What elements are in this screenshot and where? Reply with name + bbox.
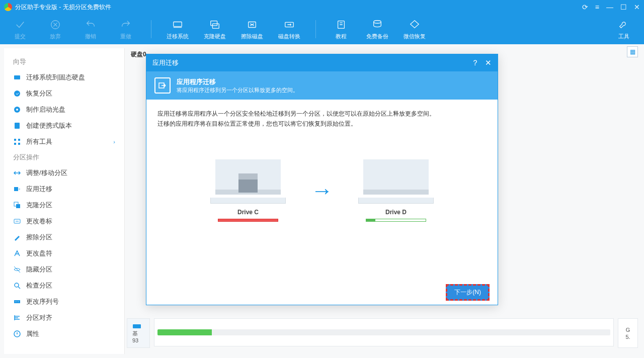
clone-disk-button[interactable]: 克隆硬盘 xyxy=(204,19,226,40)
apply-icon xyxy=(14,19,26,31)
sidebar-item-recover-partition[interactable]: 恢复分区 xyxy=(4,85,124,102)
sidebar-item-align-partition[interactable]: 分区对齐 xyxy=(4,310,124,326)
wechat-recover-button[interactable]: 微信恢复 xyxy=(404,19,426,40)
backup-icon xyxy=(371,19,383,31)
toolbar-label: 放弃 xyxy=(50,33,61,40)
toolbar-label: 撤销 xyxy=(85,33,96,40)
dialog-banner: 应用程序迁移 将应用程序迁移到另一个分区以释放更多的空间。 xyxy=(146,71,498,100)
sidebar-item-migrate-ssd[interactable]: 迁移系统到固态硬盘 xyxy=(4,69,124,85)
disk-letter-card[interactable]: G 5. xyxy=(618,318,638,348)
menu-icon[interactable]: ≡ xyxy=(595,3,599,11)
dialog-desc-line2: 迁移的应用程序将在目标位置正常使用，您也可以将它们恢复到原始位置。 xyxy=(157,119,487,129)
sidebar-item-label: 分区对齐 xyxy=(26,313,52,322)
dialog-banner-title: 应用程序迁移 xyxy=(177,77,298,86)
sidebar-item-check-partition[interactable]: 检查分区 xyxy=(4,278,124,294)
chevron-right-icon: › xyxy=(113,139,115,145)
dialog-close-icon[interactable]: ✕ xyxy=(485,58,492,68)
redo-icon xyxy=(120,19,132,31)
dialog-titlebar: 应用迁移 ？ ✕ xyxy=(146,54,498,71)
disk-icon xyxy=(132,323,141,330)
tutorial-button[interactable]: 教程 xyxy=(331,19,351,40)
disk-usage-bar[interactable] xyxy=(154,318,614,346)
check-partition-icon xyxy=(13,282,21,290)
sidebar-item-change-serial[interactable]: 更改序列号 xyxy=(4,294,124,310)
svg-rect-11 xyxy=(15,123,20,129)
sidebar-item-label: 更改卷标 xyxy=(26,217,52,226)
migrate-os-button[interactable]: 迁移系统 xyxy=(167,19,189,40)
view-toggle-button[interactable]: ▦ xyxy=(627,46,638,57)
sidebar-item-label: 调整/移动分区 xyxy=(26,168,67,177)
portable-icon xyxy=(13,122,21,130)
sidebar-item-wipe-partition[interactable]: 擦除分区 xyxy=(4,229,124,245)
toolbar-label: 免费备份 xyxy=(366,33,388,40)
sidebar-item-label: 恢复分区 xyxy=(26,89,52,98)
sidebar-item-app-migrate[interactable]: 应用迁移 xyxy=(4,181,124,197)
sidebar-item-resize-move[interactable]: 调整/移动分区 xyxy=(4,165,124,181)
toolbar-label: 擦除磁盘 xyxy=(241,33,263,40)
svg-rect-16 xyxy=(14,187,18,191)
wipe-disk-icon xyxy=(246,19,258,31)
change-label-icon xyxy=(13,217,21,225)
maximize-icon[interactable]: ☐ xyxy=(620,3,627,11)
close-icon[interactable]: ✕ xyxy=(634,3,640,11)
sidebar-item-change-label[interactable]: 更改卷标 xyxy=(4,213,124,229)
tools-button[interactable]: 工具 xyxy=(614,19,634,40)
sidebar-item-label: 隐藏分区 xyxy=(26,265,52,274)
wipe-partition-icon xyxy=(13,233,21,241)
minimize-icon[interactable]: — xyxy=(606,3,613,11)
disk-size: 5. xyxy=(625,334,630,340)
dialog-title: 应用迁移 xyxy=(152,58,179,67)
properties-icon xyxy=(13,330,21,338)
sidebar-item-change-letter[interactable]: 更改盘符 xyxy=(4,245,124,261)
sidebar-item-label: 所有工具 xyxy=(26,137,52,146)
sidebar-item-properties[interactable]: 属性 xyxy=(4,326,124,342)
wipe-disk-button[interactable]: 擦除磁盘 xyxy=(241,19,263,40)
arrow-right-icon: → xyxy=(311,178,333,203)
clone-partition-icon xyxy=(13,201,21,209)
resize-move-icon xyxy=(13,169,21,177)
disk-convert-icon xyxy=(283,19,295,31)
next-button[interactable]: 下一步(N) xyxy=(446,284,490,301)
svg-rect-13 xyxy=(18,139,20,141)
sidebar-item-all-tools[interactable]: 所有工具› xyxy=(4,134,124,150)
sidebar-item-clone-partition[interactable]: 克隆分区 xyxy=(4,197,124,213)
disk-summary-card[interactable]: 基 93 xyxy=(127,318,150,348)
sidebar-item-label: 创建便携式版本 xyxy=(26,121,72,130)
disk-card-line1: 基 xyxy=(132,330,144,337)
drive-c-usage-bar xyxy=(218,219,278,222)
sidebar-item-label: 迁移系统到固态硬盘 xyxy=(26,73,85,82)
tools-icon xyxy=(618,19,630,31)
tutorial-icon xyxy=(335,19,347,31)
sidebar-item-label: 属性 xyxy=(26,329,39,338)
app-title: 分区助手专业版 - 无损分区免费软件 xyxy=(15,3,111,12)
clone-disk-icon xyxy=(209,19,221,31)
discard-button: 放弃 xyxy=(45,19,65,40)
sidebar-section: 分区操作 xyxy=(4,150,124,165)
help-icon[interactable]: ？ xyxy=(471,58,479,68)
disk-convert-button[interactable]: 磁盘转换 xyxy=(278,19,300,40)
sidebar-item-portable[interactable]: 创建便携式版本 xyxy=(4,118,124,134)
svg-rect-18 xyxy=(16,204,20,208)
svg-rect-1 xyxy=(174,22,182,26)
refresh-icon[interactable]: ⟳ xyxy=(582,3,588,11)
app-logo-icon xyxy=(4,3,12,11)
titlebar: 分区助手专业版 - 无损分区免费软件 ⟳ ≡ — ☐ ✕ xyxy=(0,0,644,14)
toolbar-label: 克隆硬盘 xyxy=(204,33,226,40)
undo-button: 撤销 xyxy=(80,19,101,40)
sidebar-item-label: 更改盘符 xyxy=(26,249,52,258)
sidebar-item-label: 应用迁移 xyxy=(26,185,52,194)
toolbar-label: 迁移系统 xyxy=(167,33,189,40)
backup-button[interactable]: 免费备份 xyxy=(366,19,388,40)
drive-d-graphic: Drive D xyxy=(358,159,434,222)
sidebar-item-label: 更改序列号 xyxy=(26,297,59,306)
svg-rect-3 xyxy=(212,24,219,28)
sidebar-item-label: 检查分区 xyxy=(26,281,52,290)
make-boot-disc-icon xyxy=(13,106,21,114)
sidebar-item-hide-partition[interactable]: 隐藏分区 xyxy=(4,261,124,278)
discard-icon xyxy=(49,19,61,31)
app-migrate-dialog: 应用迁移 ？ ✕ 应用程序迁移 将应用程序迁移到另一个分区以释放更多的空间。 应… xyxy=(146,54,498,305)
svg-point-20 xyxy=(15,283,19,287)
all-tools-icon xyxy=(13,138,21,146)
sidebar-item-make-boot-disc[interactable]: 制作启动光盘 xyxy=(4,102,124,118)
sidebar: 向导迁移系统到固态硬盘恢复分区制作启动光盘创建便携式版本所有工具›分区操作调整/… xyxy=(4,48,125,354)
